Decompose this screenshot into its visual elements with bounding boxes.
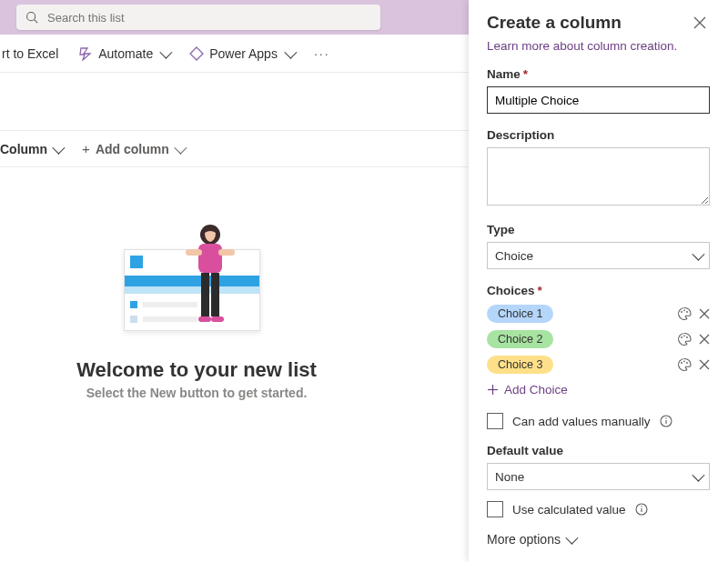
chevron-down-icon [692, 469, 704, 482]
welcome-subtitle: Select the New button to get started. [0, 386, 393, 400]
svg-point-22 [681, 362, 682, 364]
svg-rect-7 [211, 273, 219, 316]
svg-point-31 [665, 417, 666, 418]
choice-row: Choice 2 [487, 330, 710, 348]
flow-icon [78, 46, 93, 61]
automate-button[interactable]: Automate [76, 43, 171, 65]
power-apps-icon [189, 46, 204, 61]
type-select[interactable]: Choice [487, 242, 710, 269]
palette-icon [677, 332, 692, 346]
add-column-label: Add column [96, 142, 169, 156]
empty-state: Welcome to your new list Select the New … [0, 222, 393, 400]
svg-point-24 [686, 362, 688, 364]
chevron-down-icon [284, 45, 297, 58]
name-label: Name* [487, 67, 710, 81]
chevron-down-icon [565, 532, 578, 545]
description-label: Description [487, 128, 710, 142]
panel-title: Create a column [487, 13, 622, 33]
export-label: rt to Excel [2, 46, 58, 61]
palette-button[interactable] [677, 306, 692, 321]
chevron-down-icon [692, 248, 704, 261]
choice-row: Choice 1 [487, 305, 710, 323]
power-apps-label: Power Apps [209, 46, 278, 61]
search-box[interactable] [16, 5, 380, 30]
choices-list: Choice 1 [487, 305, 710, 374]
remove-choice-button[interactable] [699, 308, 710, 319]
info-icon [660, 415, 672, 427]
palette-icon [677, 357, 692, 372]
svg-point-0 [27, 13, 35, 21]
info-button[interactable] [635, 503, 648, 516]
choice-row: Choice 3 [487, 356, 710, 374]
welcome-title: Welcome to your new list [0, 358, 393, 382]
svg-point-14 [686, 311, 688, 313]
learn-more-link[interactable]: Learn more about column creation. [487, 39, 677, 53]
use-calculated-checkbox[interactable] [487, 501, 503, 517]
description-input[interactable] [487, 147, 710, 206]
default-value-select[interactable]: None [487, 463, 710, 490]
svg-point-23 [683, 360, 685, 362]
svg-point-18 [683, 335, 685, 336]
add-choice-button[interactable]: Add Choice [487, 383, 568, 396]
choice-label: Choice 1 [498, 307, 542, 320]
add-choice-label: Add Choice [504, 383, 568, 396]
svg-rect-3 [198, 244, 222, 273]
use-calculated-label: Use calculated value [512, 503, 626, 517]
overflow-button[interactable]: ··· [312, 43, 332, 65]
welcome-illustration [115, 222, 278, 349]
close-icon [699, 308, 710, 319]
remove-choice-button[interactable] [699, 334, 710, 345]
chevron-down-icon [52, 141, 65, 154]
svg-point-17 [681, 336, 682, 338]
power-apps-button[interactable]: Power Apps [187, 43, 296, 65]
palette-button[interactable] [677, 332, 692, 346]
name-input[interactable] [487, 86, 710, 114]
palette-icon [677, 306, 692, 321]
person-icon [178, 222, 242, 340]
chevron-down-icon [174, 141, 187, 154]
choice-label: Choice 3 [498, 358, 542, 371]
plus-icon [82, 141, 90, 156]
choice-label: Choice 2 [498, 333, 542, 346]
choices-label: Choices* [487, 284, 710, 297]
svg-rect-4 [186, 249, 202, 256]
type-value: Choice [495, 249, 533, 263]
can-add-values-label: Can add values manually [512, 415, 651, 428]
palette-button[interactable] [677, 357, 692, 372]
more-options-toggle[interactable]: More options [487, 532, 575, 547]
type-label: Type [487, 223, 710, 236]
more-options-label: More options [487, 532, 561, 547]
default-value: None [495, 470, 524, 484]
close-button[interactable] [690, 13, 710, 35]
close-icon [699, 359, 710, 370]
svg-rect-6 [201, 273, 209, 316]
close-icon [699, 334, 710, 345]
automate-label: Automate [98, 46, 153, 61]
create-column-panel: Create a column Learn more about column … [469, 0, 728, 562]
choice-pill[interactable]: Choice 3 [487, 356, 553, 374]
svg-rect-9 [211, 316, 224, 322]
svg-point-34 [641, 506, 642, 507]
svg-rect-5 [218, 249, 235, 256]
can-add-values-checkbox[interactable] [487, 413, 503, 429]
export-to-excel-button[interactable]: rt to Excel [0, 43, 60, 65]
ellipsis-icon: ··· [314, 46, 330, 61]
choice-pill[interactable]: Choice 2 [487, 330, 553, 348]
search-icon [25, 11, 38, 24]
svg-point-19 [686, 336, 688, 338]
column-header-label: Column [0, 142, 47, 156]
remove-choice-button[interactable] [699, 359, 710, 370]
search-input[interactable] [46, 10, 371, 25]
close-icon [693, 16, 706, 29]
add-column-button[interactable]: Add column [82, 141, 184, 156]
info-icon [635, 503, 648, 516]
svg-rect-8 [198, 316, 211, 322]
default-value-label: Default value [487, 444, 710, 457]
info-button[interactable] [660, 415, 672, 427]
chevron-down-icon [160, 45, 173, 58]
choice-pill[interactable]: Choice 1 [487, 305, 553, 323]
svg-point-13 [683, 309, 685, 311]
svg-point-12 [681, 311, 682, 313]
column-header[interactable]: Column [0, 142, 62, 156]
plus-icon [487, 384, 499, 396]
